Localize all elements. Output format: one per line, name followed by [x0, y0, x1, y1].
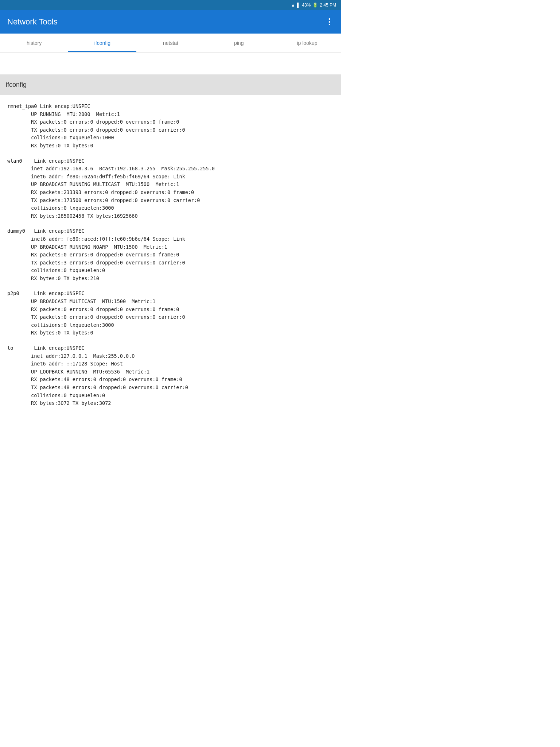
interface-line: dummy0 Link encap:UNSPEC: [7, 227, 334, 235]
interface-line: TX packets:173500 errors:0 dropped:0 ove…: [7, 197, 334, 205]
wifi-icon: ▲: [291, 3, 295, 8]
section-header: ifconfig: [0, 74, 341, 95]
interface-line: inet6 addr: fe80::62a4:d0ff:fe5b:f469/64…: [7, 173, 334, 181]
interface-line: collisions:0 txqueuelen:1000: [7, 134, 334, 142]
interface-line: UP BROADCAST RUNNING NOARP MTU:1500 Metr…: [7, 243, 334, 251]
interface-line: UP LOOPBACK RUNNING MTU:65536 Metric:1: [7, 368, 334, 376]
interface-block-p2p0: p2p0 Link encap:UNSPEC UP BROADCAST MULT…: [7, 290, 334, 337]
app-title: Network Tools: [7, 17, 58, 27]
interface-line: RX packets:0 errors:0 dropped:0 overruns…: [7, 251, 334, 259]
interface-line: TX packets:0 errors:0 dropped:0 overruns…: [7, 126, 334, 134]
interface-line: RX bytes:0 TX bytes:0: [7, 329, 334, 337]
battery-icon: 🔋: [312, 3, 318, 8]
interface-line: wlan0 Link encap:UNSPEC: [7, 157, 334, 165]
interface-line: rmnet_ipa0 Link encap:UNSPEC: [7, 102, 334, 111]
interface-line: inet addr:192.168.3.6 Bcast:192.168.3.25…: [7, 165, 334, 173]
interface-line: inet addr:127.0.0.1 Mask:255.0.0.0: [7, 352, 334, 360]
interface-line: collisions:0 txqueuelen:3000: [7, 204, 334, 212]
interface-line: RX bytes:3072 TX bytes:3072: [7, 399, 334, 407]
interface-line: UP BROADCAST RUNNING MULTICAST MTU:1500 …: [7, 181, 334, 189]
content-area: rmnet_ipa0 Link encap:UNSPEC UP RUNNING …: [0, 95, 341, 422]
tab-ifconfig[interactable]: ifconfig: [68, 34, 136, 52]
status-bar-icons: ▲ ▌ 43% 🔋 2:45 PM: [291, 3, 336, 8]
signal-icon: ▌: [297, 3, 300, 8]
app-bar: Network Tools ⋮: [0, 10, 341, 34]
interface-line: inet6 addr: fe80::aced:f0ff:fe60:9b6e/64…: [7, 235, 334, 243]
tab-ping[interactable]: ping: [205, 34, 273, 52]
more-menu-button[interactable]: ⋮: [325, 17, 334, 27]
status-bar: ▲ ▌ 43% 🔋 2:45 PM: [0, 0, 341, 10]
interface-line: RX bytes:0 TX bytes:210: [7, 275, 334, 283]
interface-line: TX packets:3 errors:0 dropped:0 overruns…: [7, 259, 334, 267]
interface-line: RX bytes:0 TX bytes:0: [7, 142, 334, 150]
interface-line: TX packets:48 errors:0 dropped:0 overrun…: [7, 384, 334, 392]
interface-line: inet6 addr: ::1/128 Scope: Host: [7, 360, 334, 368]
interface-line: UP RUNNING MTU:2000 Metric:1: [7, 111, 334, 119]
tab-netstat[interactable]: netstat: [136, 34, 205, 52]
interface-line: RX packets:233393 errors:0 dropped:0 ove…: [7, 189, 334, 197]
interface-line: RX packets:0 errors:0 dropped:0 overruns…: [7, 306, 334, 314]
section-header-text: ifconfig: [6, 81, 27, 88]
interface-line: collisions:0 txqueuelen:0: [7, 392, 334, 400]
interface-line: TX packets:0 errors:0 dropped:0 overruns…: [7, 313, 334, 321]
tab-history[interactable]: History: [0, 34, 68, 52]
interface-block-lo: lo Link encap:UNSPEC inet addr:127.0.0.1…: [7, 344, 334, 407]
interface-line: UP BROADCAST MULTICAST MTU:1500 Metric:1: [7, 298, 334, 306]
interface-line: collisions:0 txqueuelen:3000: [7, 321, 334, 329]
time-label: 2:45 PM: [320, 3, 336, 8]
interface-line: RX packets:48 errors:0 dropped:0 overrun…: [7, 376, 334, 384]
battery-label: 43%: [302, 3, 311, 8]
interface-block-wlan0: wlan0 Link encap:UNSPEC inet addr:192.16…: [7, 157, 334, 220]
interface-block-rmnet_ipa0: rmnet_ipa0 Link encap:UNSPEC UP RUNNING …: [7, 102, 334, 150]
interface-block-dummy0: dummy0 Link encap:UNSPEC inet6 addr: fe8…: [7, 227, 334, 282]
interface-line: collisions:0 txqueuelen:0: [7, 267, 334, 275]
tab-ip-lookup[interactable]: ip lookup: [273, 34, 341, 52]
interface-line: p2p0 Link encap:UNSPEC: [7, 290, 334, 298]
interface-line: lo Link encap:UNSPEC: [7, 344, 334, 352]
interface-line: RX bytes:285002458 TX bytes:16925660: [7, 212, 334, 220]
tab-bar: History ifconfig netstat ping ip lookup: [0, 34, 341, 53]
interface-line: RX packets:0 errors:0 dropped:0 overruns…: [7, 118, 334, 126]
